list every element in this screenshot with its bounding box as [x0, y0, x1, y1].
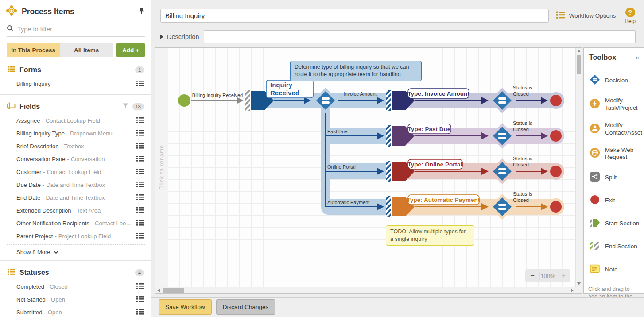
field-name: Conversation Pane [16, 156, 66, 162]
filter-input[interactable] [17, 26, 145, 33]
scroll-right-icon[interactable] [571, 289, 574, 292]
item-menu-icon[interactable] [134, 220, 144, 228]
field-row[interactable]: Conversation Pane-Conversation [0, 153, 151, 166]
exit-nodes[interactable] [550, 95, 562, 213]
separator: - [43, 182, 44, 188]
status-row[interactable]: Not Started-Open [0, 293, 151, 306]
field-row[interactable]: Customer-Contact Lookup Field [0, 166, 151, 178]
chevron-down-icon [54, 249, 58, 255]
separator: - [91, 220, 93, 227]
item-menu-icon[interactable] [134, 80, 144, 88]
decision-node-row3 [489, 158, 515, 184]
toolbox-item-exit[interactable]: Exit [584, 189, 644, 212]
field-type: Contact Lookup Field [46, 117, 100, 124]
svg-text:Status is: Status is [513, 120, 532, 126]
item-menu-icon[interactable] [134, 117, 144, 125]
horizontal-scroll-thumb[interactable] [163, 288, 184, 293]
toolbox-item-note[interactable]: Note [584, 258, 644, 281]
note-determine-type[interactable]: Determine type of billing inquiry so tha… [290, 61, 422, 81]
item-menu-icon[interactable] [134, 232, 144, 240]
pin-icon[interactable] [138, 7, 145, 16]
toolbox-item-start-section[interactable]: Start Section [584, 212, 644, 235]
vertical-scrollbar[interactable] [575, 48, 582, 287]
workflow-options-button[interactable]: Workflow Options [556, 10, 616, 21]
toolbox-item-split[interactable]: Split [584, 166, 644, 189]
branch-label-3: Online Portal [327, 164, 356, 170]
status-row[interactable]: Submitted-Open [0, 306, 151, 317]
zoom-in-button[interactable]: + [556, 272, 570, 280]
toolbox-item-decision[interactable]: Decision [584, 69, 644, 92]
tab-all-items[interactable]: All Items [60, 43, 113, 57]
description-input[interactable] [204, 30, 636, 43]
toolbox-item-web-request[interactable]: Make Web Request [584, 142, 644, 166]
field-row[interactable]: Extended Description-Text Area [0, 204, 151, 217]
item-menu-icon[interactable] [134, 168, 144, 176]
field-row[interactable]: Due Date-Date and Time Textbox [0, 178, 151, 191]
svg-text:Type: Automatic Payment: Type: Automatic Payment [407, 197, 480, 203]
item-menu-icon[interactable] [134, 130, 144, 138]
separator: - [44, 309, 46, 316]
separator: - [73, 207, 75, 214]
field-type: Project Lookup Field [58, 233, 111, 240]
zoom-out-button[interactable]: − [525, 272, 540, 280]
item-menu-icon[interactable] [134, 143, 144, 151]
field-type: Contact Lookup Field [47, 169, 101, 175]
start-node[interactable] [178, 94, 190, 107]
save-workflow-button[interactable]: Save Workflow [159, 299, 212, 315]
item-menu-icon[interactable] [134, 207, 144, 215]
section-end-markers[interactable] [245, 90, 391, 217]
status-row[interactable]: Completed-Closed [0, 280, 151, 293]
item-menu-icon[interactable] [134, 296, 144, 304]
statuses-title: Statuses [19, 269, 49, 277]
item-menu-icon[interactable] [134, 309, 144, 317]
decision-node-row2 [489, 123, 515, 149]
lightning-icon [589, 98, 601, 111]
field-row[interactable]: Other Notification Recipients-Contact Lo… [0, 217, 151, 230]
person-icon [589, 123, 601, 136]
toolbox-item-end-section[interactable]: End Section [584, 235, 644, 258]
status-type: Closed [50, 283, 67, 290]
svg-text:Status is: Status is [513, 191, 532, 197]
vertical-scroll-thumb[interactable] [577, 55, 581, 74]
field-row[interactable]: Billing Inquiry Type-Dropdown Menu [0, 127, 151, 140]
form-row[interactable]: Billing Inquiry [0, 77, 151, 90]
toolbox-item-modify-task[interactable]: Modify Task/Project [584, 92, 644, 117]
workflow-name-input[interactable] [160, 9, 549, 23]
horizontal-scrollbar[interactable] [155, 287, 575, 293]
fields-section-header: Fields 18 [0, 95, 151, 114]
field-row[interactable]: Brief Description-Textbox [0, 140, 151, 153]
sidebar-tabs: In This Process All Items Add + [7, 43, 145, 57]
description-toggle[interactable]: Description [160, 33, 199, 40]
item-menu-icon[interactable] [134, 194, 144, 202]
field-row[interactable]: End Date-Date and Time Textbox [0, 191, 151, 204]
add-item-button[interactable]: Add + [116, 43, 145, 57]
canvas-viewport[interactable]: Click to rename [155, 48, 575, 287]
fields-title: Fields [19, 103, 40, 111]
field-name: End Date [16, 194, 40, 201]
scroll-left-icon[interactable] [157, 289, 160, 292]
field-row[interactable]: Parent Project-Project Lookup Field [0, 230, 151, 243]
collapsed-arrow-icon [160, 35, 163, 39]
field-row[interactable]: Assignee-Contact Lookup Field [0, 114, 151, 127]
svg-text:Status is: Status is [513, 85, 532, 90]
fields-icon [7, 101, 16, 112]
filter-funnel-icon[interactable] [122, 103, 129, 111]
toolbox-items: Decision Modify Task/Project Modify Cont… [584, 66, 644, 281]
status-name: Not Started [16, 296, 46, 303]
help-label: Help [625, 18, 636, 24]
split-icon [589, 171, 601, 184]
scroll-up-icon[interactable] [577, 50, 581, 52]
help-button[interactable]: ? Help [625, 8, 636, 24]
item-menu-icon[interactable] [134, 181, 144, 189]
section-label-online-portal: Type: Online Portal [408, 159, 462, 169]
item-menu-icon[interactable] [134, 283, 144, 291]
item-menu-icon[interactable] [134, 155, 144, 163]
scroll-down-icon[interactable] [577, 282, 581, 285]
note-todo[interactable]: TODO: Allow multiple types for a single … [386, 225, 474, 246]
collapse-toolbox-icon[interactable]: » [636, 54, 639, 61]
field-name: Brief Description [16, 143, 58, 150]
tab-in-this-process[interactable]: In This Process [7, 43, 60, 57]
discard-changes-button[interactable]: Discard Changes [216, 299, 275, 315]
show-more-fields[interactable]: Show 8 More [0, 245, 151, 256]
toolbox-item-modify-contact[interactable]: Modify Contact/Asset [584, 117, 644, 142]
